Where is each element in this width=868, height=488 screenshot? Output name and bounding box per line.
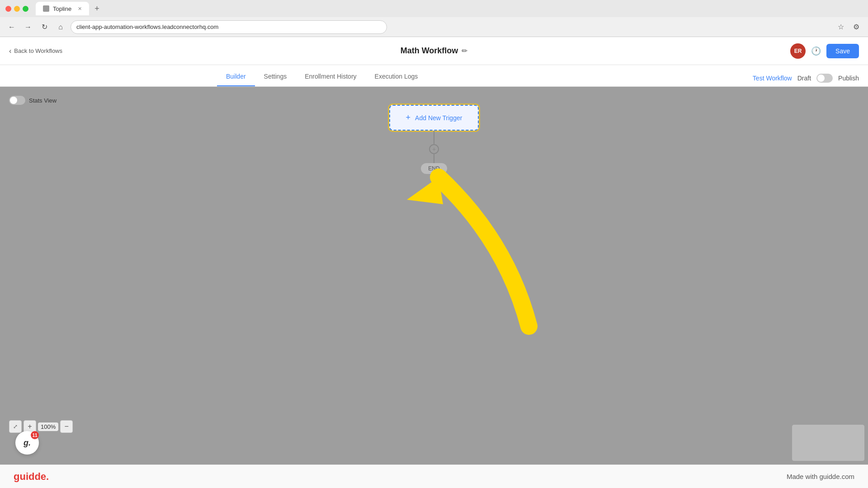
workflow-title-area: Math Workflow ✏ xyxy=(401,46,468,56)
tabs-bar: Builder Settings Enrollment History Exec… xyxy=(0,65,868,87)
connector-section: + xyxy=(429,131,439,163)
app-header: ‹ Back to Workflows Math Workflow ✏ ER 🕐… xyxy=(0,37,868,65)
end-node: END xyxy=(421,163,447,174)
canvas-area: Stats View + Add New Trigger + END xyxy=(0,87,868,465)
tab-execution-logs[interactable]: Execution Logs xyxy=(366,67,427,86)
draft-label: Draft xyxy=(797,75,811,82)
tabs-right-controls: Test Workflow Draft Publish xyxy=(744,74,868,86)
browser-toolbar-icons: ☆ ⚙ xyxy=(835,21,863,33)
tab-builder[interactable]: Builder xyxy=(217,67,255,86)
save-button[interactable]: Save xyxy=(826,44,859,58)
back-nav-button[interactable]: ← xyxy=(5,21,18,33)
back-arrow-icon: ‹ xyxy=(9,47,11,55)
address-bar[interactable]: client-app-automation-workflows.leadconn… xyxy=(71,20,387,34)
tab-close-icon[interactable]: ✕ xyxy=(78,6,82,12)
header-right: ER 🕐 Save xyxy=(790,43,859,59)
guidde-avatar-letter: g. xyxy=(24,438,31,448)
back-to-workflows-link[interactable]: ‹ Back to Workflows xyxy=(9,47,62,55)
minimize-traffic-light[interactable] xyxy=(14,6,20,12)
settings-icon[interactable]: ⚙ xyxy=(850,21,863,33)
maximize-traffic-light[interactable] xyxy=(23,6,28,12)
new-tab-button[interactable]: + xyxy=(94,4,99,14)
edit-workflow-icon[interactable]: ✏ xyxy=(462,47,467,55)
back-link-label: Back to Workflows xyxy=(14,47,62,54)
mini-map xyxy=(792,425,864,461)
connector-line-bottom xyxy=(434,154,434,163)
notification-badge: 11 xyxy=(31,431,39,439)
browser-toolbar: ← → ↻ ⌂ client-app-automation-workflows.… xyxy=(0,17,868,37)
tab-label: Topline xyxy=(53,5,71,12)
zoom-level-display: 100% xyxy=(38,422,58,431)
add-trigger-button[interactable]: + Add New Trigger xyxy=(389,105,479,131)
workflow-canvas: + Add New Trigger + END xyxy=(0,87,868,465)
guidde-credit-text: Made with guidde.com xyxy=(787,473,854,480)
add-step-button[interactable]: + xyxy=(429,144,439,154)
stats-view-switch[interactable] xyxy=(9,96,25,105)
draft-publish-toggle[interactable] xyxy=(816,74,833,83)
publish-label: Publish xyxy=(838,75,859,82)
guidde-avatar[interactable]: g. 11 xyxy=(15,431,39,455)
history-icon[interactable]: 🕐 xyxy=(811,46,821,56)
browser-chrome: Topline ✕ + ← → ↻ ⌂ client-app-automatio… xyxy=(0,0,868,37)
stats-view-toggle-area: Stats View xyxy=(9,96,57,105)
traffic-lights xyxy=(5,6,28,12)
workflow-title: Math Workflow xyxy=(401,46,458,56)
guidde-footer: guidde. Made with guidde.com xyxy=(0,465,868,488)
app: ‹ Back to Workflows Math Workflow ✏ ER 🕐… xyxy=(0,37,868,488)
expand-button[interactable]: ⤢ xyxy=(9,420,22,433)
refresh-nav-button[interactable]: ↻ xyxy=(38,21,51,33)
trigger-plus-icon: + xyxy=(406,113,411,122)
zoom-out-button[interactable]: − xyxy=(60,420,73,433)
user-avatar[interactable]: ER xyxy=(790,43,806,59)
connector-line-top xyxy=(434,131,434,144)
tab-enrollment-history[interactable]: Enrollment History xyxy=(296,67,365,86)
toggle-knob xyxy=(817,75,825,82)
bookmark-icon[interactable]: ☆ xyxy=(835,21,847,33)
browser-titlebar: Topline ✕ + xyxy=(0,0,868,17)
browser-tab[interactable]: Topline ✕ xyxy=(36,2,89,15)
close-traffic-light[interactable] xyxy=(5,6,11,12)
bottom-toolbar: ⤢ + 100% − xyxy=(9,420,73,433)
stats-toggle-knob xyxy=(10,97,17,104)
address-text: client-app-automation-workflows.leadconn… xyxy=(76,23,218,30)
tab-settings[interactable]: Settings xyxy=(255,67,296,86)
home-nav-button[interactable]: ⌂ xyxy=(54,21,67,33)
trigger-button-label: Add New Trigger xyxy=(415,114,462,122)
guidde-logo: guidde. xyxy=(14,471,49,483)
forward-nav-button[interactable]: → xyxy=(22,21,34,33)
tab-favicon xyxy=(43,5,49,12)
test-workflow-button[interactable]: Test Workflow xyxy=(753,75,792,82)
stats-view-label: Stats View xyxy=(29,97,57,104)
